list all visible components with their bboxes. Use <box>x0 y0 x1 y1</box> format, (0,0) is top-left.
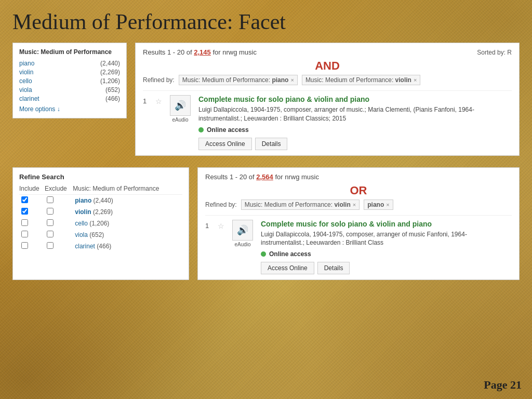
refine-search-panel: Refine Search Include Exclude Music: Med… <box>12 167 189 281</box>
or-results-for: for nrwg music <box>275 173 319 181</box>
access-online-button-bottom[interactable]: Access Online <box>261 262 314 274</box>
refine-title: Refine Search <box>19 173 182 181</box>
online-access-text: Online access <box>207 126 249 134</box>
top-facet-panel: Music: Medium of Performance piano (2,44… <box>12 43 127 118</box>
refine-row-viola: viola (652) <box>19 229 182 241</box>
results-num: 2,145 <box>194 48 211 56</box>
exclude-clarinet-checkbox[interactable] <box>47 242 54 249</box>
facet-count-cello: (1,206) <box>100 77 120 85</box>
or-online-access: Online access <box>261 250 512 258</box>
or-refined-by-label: Refined by: <box>205 201 237 208</box>
details-button-bottom[interactable]: Details <box>317 262 350 274</box>
or-results-header: Results 1 - 20 of 2,564 for nrwg music <box>205 173 512 181</box>
facet-link-clarinet[interactable]: clarinet <box>19 95 39 102</box>
results-count: Results 1 - 20 of 2,145 for nrwg music <box>143 48 257 56</box>
or-filter-tag-violin: Music: Medium of Performance: violin × <box>241 200 360 210</box>
top-result-item: 1 ☆ 🔊 eAudio Complete music for solo pia… <box>143 90 512 150</box>
or-result-title[interactable]: Complete music for solo piano & violin a… <box>261 220 512 228</box>
or-speaker-icon: 🔊 <box>237 224 248 236</box>
exclude-violin-checkbox[interactable] <box>47 208 54 215</box>
or-online-status-icon <box>261 251 266 257</box>
refine-item-cello: cello (1,206) <box>73 218 182 229</box>
col-include: Include <box>19 185 45 195</box>
speaker-icon: 🔊 <box>175 100 186 111</box>
result-title[interactable]: Complete music for solo piano & violin a… <box>198 95 512 103</box>
col-facet: Music: Medium of Performance <box>73 185 182 195</box>
facet-link-violin[interactable]: violin <box>19 69 33 76</box>
include-piano-checkbox[interactable] <box>21 196 28 203</box>
facet-item-violin: violin (2,269) <box>19 69 120 76</box>
eaudio-label: eAudio <box>172 117 188 123</box>
refine-item-piano: piano (2,440) <box>73 194 182 206</box>
page-number: Page 21 <box>484 378 522 392</box>
facet-box: Music: Medium of Performance piano (2,44… <box>12 43 127 118</box>
or-result-meta: Luigi Dallapiccola, 1904-1975, composer,… <box>261 230 512 248</box>
or-results-count: Results 1 - 20 of 2,564 for nrwg music <box>205 173 319 181</box>
or-filter-close-violin-icon[interactable]: × <box>353 202 356 208</box>
filter-keyword-piano: piano <box>272 76 288 84</box>
filter-tag-piano-text: Music: Medium of Performance: piano <box>182 76 289 84</box>
include-cello-checkbox[interactable] <box>21 219 28 226</box>
or-filter-keyword-violin: violin <box>334 201 350 208</box>
col-exclude: Exclude <box>45 185 73 195</box>
or-result-icon-wrap: 🔊 eAudio <box>230 220 256 247</box>
exclude-viola-checkbox[interactable] <box>47 231 54 237</box>
filter-keyword-violin: violin <box>395 76 411 84</box>
online-status-icon <box>198 127 204 132</box>
or-btn-group: Access Online Details <box>261 262 512 274</box>
facet-link-viola[interactable]: viola <box>19 86 32 94</box>
or-eaudio-label: eAudio <box>234 242 250 247</box>
access-online-button-top[interactable]: Access Online <box>198 138 252 150</box>
facet-count-viola: (652) <box>105 86 120 94</box>
result-num: 1 <box>143 97 150 105</box>
filter-tag-piano: Music: Medium of Performance: piano × <box>179 75 298 85</box>
refined-by: Refined by: Music: Medium of Performance… <box>143 75 512 85</box>
result-content: Complete music for solo piano & violin a… <box>198 95 512 150</box>
filter-close-violin-icon[interactable]: × <box>414 77 417 83</box>
or-filter-close-piano-icon[interactable]: × <box>386 202 389 208</box>
or-star-icon[interactable]: ☆ <box>218 222 224 230</box>
more-options-link[interactable]: More options ↓ <box>19 105 120 113</box>
sorted-by: Sorted by: R <box>477 49 512 56</box>
star-icon[interactable]: ☆ <box>155 97 162 105</box>
refine-row-cello: cello (1,206) <box>19 218 182 229</box>
or-results-num: 2,564 <box>256 173 273 181</box>
include-clarinet-checkbox[interactable] <box>21 242 28 249</box>
or-results-box: Results 1 - 20 of 2,564 for nrwg music O… <box>197 167 520 281</box>
refined-by-label: Refined by: <box>143 76 175 84</box>
exclude-piano-checkbox[interactable] <box>47 196 54 203</box>
and-results-box: Results 1 - 20 of 2,145 for nrwg music S… <box>135 43 520 156</box>
refine-table: Include Exclude Music: Medium of Perform… <box>19 185 182 252</box>
results-summary: Results 1 - 20 of <box>143 48 192 56</box>
or-label: OR <box>205 184 512 197</box>
details-button-top[interactable]: Details <box>255 138 288 150</box>
filter-tag-violin: Music: Medium of Performance: violin × <box>302 75 421 85</box>
include-viola-checkbox[interactable] <box>21 231 28 237</box>
filter-close-piano-icon[interactable]: × <box>290 77 294 83</box>
results-for: for nrwg music <box>212 48 257 56</box>
facet-item-piano: piano (2,440) <box>19 60 120 67</box>
filter-tag-violin-text: Music: Medium of Performance: violin <box>305 76 411 84</box>
result-meta: Luigi Dallapiccola, 1904-1975, composer,… <box>198 105 512 123</box>
or-result-content: Complete music for solo piano & violin a… <box>261 220 512 275</box>
and-label: AND <box>143 59 512 73</box>
facet-item-cello: cello (1,206) <box>19 77 120 85</box>
facet-title: Music: Medium of Performance <box>19 48 120 56</box>
or-refined-by: Refined by: Music: Medium of Performance… <box>205 200 512 210</box>
refine-item-violin: violin (2,269) <box>73 206 182 218</box>
or-filter-tag-violin-text: Music: Medium of Performance: violin <box>245 201 351 208</box>
facet-item-clarinet: clarinet (466) <box>19 95 120 102</box>
refine-row-clarinet: clarinet (466) <box>19 241 182 252</box>
facet-link-piano[interactable]: piano <box>19 60 34 67</box>
refine-item-viola: viola (652) <box>73 229 182 241</box>
or-result-item: 1 ☆ 🔊 eAudio Complete music for solo pia… <box>205 215 512 275</box>
facet-item-viola: viola (652) <box>19 86 120 94</box>
result-icon-wrap: 🔊 eAudio <box>167 95 193 123</box>
facet-link-cello[interactable]: cello <box>19 77 32 85</box>
refine-row-piano: piano (2,440) <box>19 194 182 206</box>
exclude-cello-checkbox[interactable] <box>47 219 54 226</box>
online-access: Online access <box>198 126 512 134</box>
or-online-access-text: Online access <box>269 250 311 258</box>
include-violin-checkbox[interactable] <box>21 208 28 215</box>
facet-count-clarinet: (466) <box>105 95 120 102</box>
